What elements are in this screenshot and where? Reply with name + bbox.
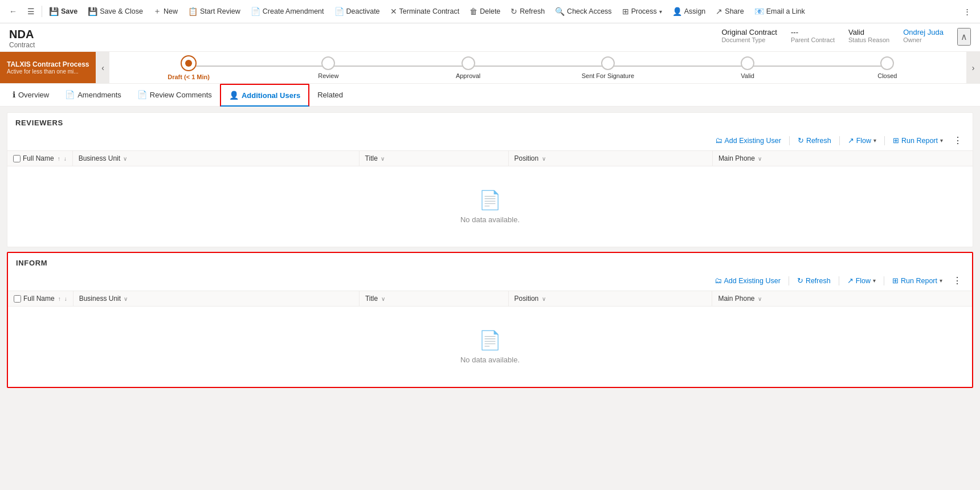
tab-related[interactable]: Related [309, 85, 351, 106]
record-subtitle: Contract [9, 41, 35, 49]
position-sort[interactable]: ∨ [542, 156, 546, 162]
reviewers-refresh-button[interactable]: ↻ Refresh [793, 134, 836, 147]
process-bar: TALXIS Contract Process Active for less … [0, 52, 980, 84]
stage-sent-signature[interactable]: Sent For Signature [538, 56, 677, 79]
inform-run-report-icon: ⊞ [892, 276, 899, 285]
header-collapse-button[interactable]: ∧ [957, 28, 971, 46]
run-report-dropdown-arrow: ▾ [940, 137, 943, 144]
inform-flow-dropdown-arrow: ▾ [873, 277, 876, 284]
deactivate-button[interactable]: 📄 Deactivate [330, 5, 385, 18]
inform-business-unit-sort[interactable]: ∨ [124, 296, 128, 302]
inform-more-button[interactable]: ⋮ [949, 273, 965, 288]
assign-button[interactable]: 👤 Assign [668, 5, 710, 18]
inform-empty-icon: 📄 [479, 329, 501, 351]
stage-approval[interactable]: Approval [398, 56, 538, 79]
stage-review[interactable]: Review [259, 56, 398, 79]
tab-amendments[interactable]: 📄 Amendments [57, 84, 129, 106]
main-phone-sort[interactable]: ∨ [758, 156, 762, 162]
record-title: NDA [9, 28, 35, 41]
inform-main-phone-sort[interactable]: ∨ [758, 296, 762, 302]
parent-contract-value: --- [791, 28, 798, 36]
position-col[interactable]: Position ∨ [508, 151, 712, 166]
process-dropdown-arrow: ▾ [659, 9, 662, 15]
inform-empty-text: No data available. [460, 356, 520, 364]
stage-closed[interactable]: Closed [818, 56, 957, 79]
reviewers-run-report-button[interactable]: ⊞ Run Report ▾ [888, 134, 948, 147]
share-button[interactable]: ↗ Share [711, 5, 748, 18]
divider3 [884, 136, 885, 145]
add-user-icon: 🗂 [715, 136, 722, 145]
terminate-button[interactable]: ✕ Terminate Contract [386, 5, 464, 18]
delete-button[interactable]: 🗑 Delete [465, 5, 505, 18]
new-button[interactable]: ＋ New [149, 4, 182, 19]
save-close-button[interactable]: 💾 Save & Close [83, 5, 148, 18]
create-amendment-button[interactable]: 📄 Create Amendment [246, 5, 329, 18]
inform-flow-button[interactable]: ↗ Flow ▾ [843, 274, 880, 287]
business-unit-col[interactable]: Business Unit ∨ [72, 151, 359, 166]
inform-check-all-checkbox[interactable] [14, 295, 21, 303]
stage-valid[interactable]: Valid [677, 56, 817, 79]
assign-icon: 👤 [672, 7, 682, 16]
tab-amendments-label: Amendments [77, 91, 121, 99]
stage-draft[interactable]: Draft (< 1 Min) [119, 55, 258, 80]
check-all-checkbox[interactable] [13, 155, 21, 162]
email-link-button[interactable]: 📧 Email a Link [750, 5, 810, 18]
tab-review-comments[interactable]: 📄 Review Comments [129, 84, 220, 106]
inform-add-user-icon: 🗂 [714, 276, 722, 285]
title-sort[interactable]: ∨ [381, 156, 385, 162]
reviewers-more-button[interactable]: ⋮ [950, 133, 966, 148]
tab-overview[interactable]: ℹ Overview [5, 84, 57, 106]
stage-circle-review [321, 56, 335, 70]
refresh-button[interactable]: ↻ Refresh [506, 5, 549, 18]
refresh-icon: ↻ [511, 7, 517, 16]
talxis-badge: TALXIS Contract Process Active for less … [0, 52, 96, 83]
process-button[interactable]: ⊞ Process ▾ [618, 5, 667, 18]
reviewers-empty-state: 📄 No data available. [7, 166, 973, 247]
inform-business-unit-col[interactable]: Business Unit ∨ [73, 291, 359, 307]
inform-run-report-button[interactable]: ⊞ Run Report ▾ [888, 274, 947, 287]
inform-full-name-sort-desc[interactable]: ↓ [64, 296, 67, 302]
reviewers-add-existing-user-button[interactable]: 🗂 Add Existing User [710, 134, 786, 147]
owner-value[interactable]: Ondrej Juda [903, 28, 944, 36]
stage-label-valid: Valid [741, 72, 754, 79]
owner-meta[interactable]: Ondrej Juda Owner [903, 28, 944, 43]
inform-title-col[interactable]: Title ∨ [359, 291, 508, 307]
tab-review-comments-label: Review Comments [150, 91, 212, 99]
start-review-button[interactable]: 📋 Start Review [183, 5, 245, 18]
inform-refresh-button[interactable]: ↻ Refresh [793, 274, 835, 287]
inform-main-phone-col[interactable]: Main Phone ∨ [712, 291, 972, 307]
document-type-value: Original Contract [721, 28, 777, 36]
inform-check-all-col[interactable]: Full Name ↑ ↓ [8, 291, 73, 307]
inform-position-sort[interactable]: ∨ [542, 296, 546, 302]
title-col[interactable]: Title ∨ [359, 151, 508, 166]
full-name-sort-desc[interactable]: ↓ [64, 156, 67, 162]
more-button[interactable]: ⋮ [959, 5, 975, 18]
full-name-sort-asc[interactable]: ↑ [58, 156, 60, 162]
menu-button[interactable]: ☰ [23, 5, 39, 18]
main-phone-col[interactable]: Main Phone ∨ [712, 151, 973, 166]
stage-circle-sent-signature [601, 56, 615, 70]
inform-title-sort[interactable]: ∨ [381, 296, 385, 302]
tab-additional-users[interactable]: 👤 Additional Users [220, 84, 309, 107]
inform-full-name-sort-asc[interactable]: ↑ [58, 296, 61, 302]
save-button[interactable]: 💾 Save [44, 5, 82, 18]
back-button[interactable]: ← [5, 5, 22, 18]
stage-circle-valid [741, 56, 754, 70]
inform-position-col[interactable]: Position ∨ [508, 291, 712, 307]
process-prev-button[interactable]: ‹ [96, 52, 109, 83]
process-next-button[interactable]: › [966, 52, 980, 83]
check-access-button[interactable]: 🔍 Check Access [550, 5, 616, 18]
stage-label-approval: Approval [456, 72, 480, 79]
parent-contract-label: Parent Contract [791, 36, 835, 43]
process-stages: Draft (< 1 Min) Review Approval Sent For… [109, 52, 966, 83]
business-unit-sort[interactable]: ∨ [123, 156, 127, 162]
main-content: REVIEWERS 🗂 Add Existing User ↻ Refresh … [0, 107, 980, 394]
inform-run-report-dropdown-arrow: ▾ [940, 277, 942, 284]
check-all-col[interactable]: Full Name ↑ ↓ [7, 151, 72, 166]
inform-add-existing-user-button[interactable]: 🗂 Add Existing User [710, 274, 785, 287]
tabs-bar: ℹ Overview 📄 Amendments 📄 Review Comment… [0, 84, 980, 107]
overview-icon: ℹ [13, 90, 15, 99]
status-reason-label: Status Reason [848, 36, 889, 43]
record-title-area: NDA Contract [9, 28, 35, 49]
reviewers-flow-button[interactable]: ↗ Flow ▾ [843, 134, 881, 147]
